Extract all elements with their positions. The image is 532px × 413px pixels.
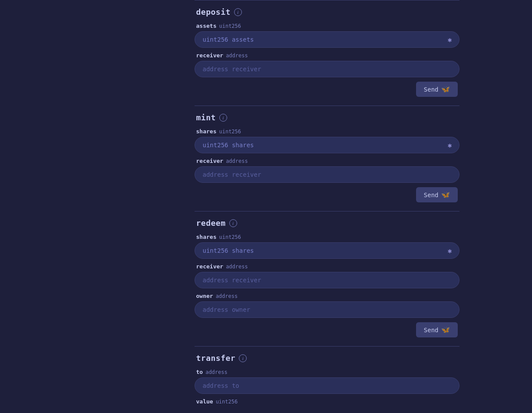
- redeem-shares-group: shares uint256 ✱: [195, 234, 459, 259]
- mint-send-label: Send: [424, 192, 439, 198]
- deposit-receiver-input-wrapper: [195, 61, 459, 77]
- deposit-assets-group: assets uint256 ✱: [195, 23, 459, 48]
- redeem-owner-input[interactable]: [203, 306, 451, 313]
- redeem-owner-type: address: [216, 293, 238, 299]
- mint-info-icon[interactable]: i: [219, 114, 227, 122]
- mint-header: mint i: [195, 113, 459, 122]
- mint-send-row: Send 🦋: [195, 187, 459, 202]
- redeem-shares-required-star: ✱: [448, 247, 452, 255]
- deposit-assets-required-star: ✱: [448, 36, 452, 44]
- deposit-receiver-group: receiver address: [195, 52, 459, 77]
- redeem-owner-label-row: owner address: [195, 293, 459, 299]
- transfer-header: transfer i: [195, 354, 459, 363]
- redeem-receiver-group: receiver address: [195, 263, 459, 288]
- transfer-value-label-row: value uint256: [195, 398, 459, 405]
- redeem-shares-input[interactable]: [203, 247, 443, 254]
- redeem-owner-group: owner address: [195, 293, 459, 318]
- redeem-info-icon[interactable]: i: [229, 219, 237, 227]
- deposit-assets-input-wrapper: ✱: [195, 31, 459, 48]
- redeem-header: redeem i: [195, 218, 459, 228]
- mint-shares-type: uint256: [219, 129, 241, 135]
- deposit-info-icon[interactable]: i: [234, 8, 242, 16]
- transfer-value-group: value uint256: [195, 398, 459, 405]
- transfer-to-input[interactable]: [203, 382, 451, 389]
- deposit-assets-label: assets: [196, 23, 217, 29]
- mint-receiver-input[interactable]: [203, 171, 451, 178]
- mint-receiver-label: receiver: [196, 158, 224, 164]
- transfer-to-input-wrapper: [195, 377, 459, 394]
- redeem-shares-label: shares: [196, 234, 217, 240]
- deposit-assets-input[interactable]: [203, 36, 443, 43]
- redeem-section: redeem i shares uint256 ✱ receiver addre…: [195, 211, 459, 346]
- mint-shares-label: shares: [196, 128, 217, 135]
- redeem-send-row: Send 🦋: [195, 322, 459, 337]
- deposit-send-button[interactable]: Send 🦋: [416, 82, 458, 97]
- main-content: deposit i assets uint256 ✱ receiver addr…: [195, 0, 459, 413]
- redeem-shares-input-wrapper: ✱: [195, 242, 459, 259]
- deposit-send-icon: 🦋: [441, 85, 450, 93]
- mint-receiver-group: receiver address: [195, 158, 459, 183]
- mint-shares-group: shares uint256 ✱: [195, 128, 459, 153]
- mint-shares-input-wrapper: ✱: [195, 137, 459, 153]
- redeem-shares-label-row: shares uint256: [195, 234, 459, 240]
- redeem-receiver-label: receiver: [196, 263, 224, 270]
- deposit-section: deposit i assets uint256 ✱ receiver addr…: [195, 0, 459, 106]
- page-wrapper: deposit i assets uint256 ✱ receiver addr…: [0, 0, 532, 413]
- mint-receiver-type: address: [226, 158, 248, 164]
- redeem-receiver-type: address: [226, 264, 248, 270]
- redeem-shares-type: uint256: [219, 234, 241, 240]
- mint-section: mint i shares uint256 ✱ receiver address: [195, 106, 459, 211]
- transfer-to-label: to: [196, 369, 203, 375]
- redeem-receiver-input[interactable]: [203, 277, 451, 284]
- redeem-owner-input-wrapper: [195, 301, 459, 318]
- deposit-header: deposit i: [195, 7, 459, 17]
- redeem-receiver-input-wrapper: [195, 272, 459, 288]
- deposit-assets-label-row: assets uint256: [195, 23, 459, 29]
- transfer-value-type: uint256: [216, 399, 238, 405]
- transfer-to-label-row: to address: [195, 369, 459, 375]
- redeem-send-icon: 🦋: [441, 326, 450, 334]
- mint-shares-required-star: ✱: [448, 141, 452, 149]
- deposit-receiver-type: address: [226, 53, 248, 59]
- redeem-send-label: Send: [424, 327, 439, 334]
- deposit-assets-type: uint256: [219, 23, 241, 29]
- deposit-receiver-label-row: receiver address: [195, 52, 459, 59]
- deposit-send-row: Send 🦋: [195, 82, 459, 97]
- transfer-to-type: address: [205, 369, 228, 375]
- deposit-receiver-input[interactable]: [203, 66, 451, 73]
- mint-receiver-input-wrapper: [195, 166, 459, 183]
- transfer-title: transfer: [196, 354, 236, 363]
- transfer-value-label: value: [196, 398, 213, 405]
- deposit-send-label: Send: [424, 86, 439, 93]
- deposit-receiver-label: receiver: [196, 52, 224, 59]
- mint-title: mint: [196, 113, 216, 122]
- redeem-title: redeem: [196, 218, 226, 228]
- mint-receiver-label-row: receiver address: [195, 158, 459, 164]
- deposit-title: deposit: [196, 7, 231, 17]
- transfer-info-icon[interactable]: i: [239, 354, 247, 362]
- transfer-to-group: to address: [195, 369, 459, 394]
- redeem-send-button[interactable]: Send 🦋: [416, 322, 458, 337]
- transfer-section: transfer i to address value uint256: [195, 346, 459, 413]
- redeem-owner-label: owner: [196, 293, 213, 299]
- redeem-receiver-label-row: receiver address: [195, 263, 459, 270]
- mint-shares-label-row: shares uint256: [195, 128, 459, 135]
- mint-send-icon: 🦋: [441, 191, 450, 199]
- mint-send-button[interactable]: Send 🦋: [416, 187, 458, 202]
- mint-shares-input[interactable]: [203, 142, 443, 149]
